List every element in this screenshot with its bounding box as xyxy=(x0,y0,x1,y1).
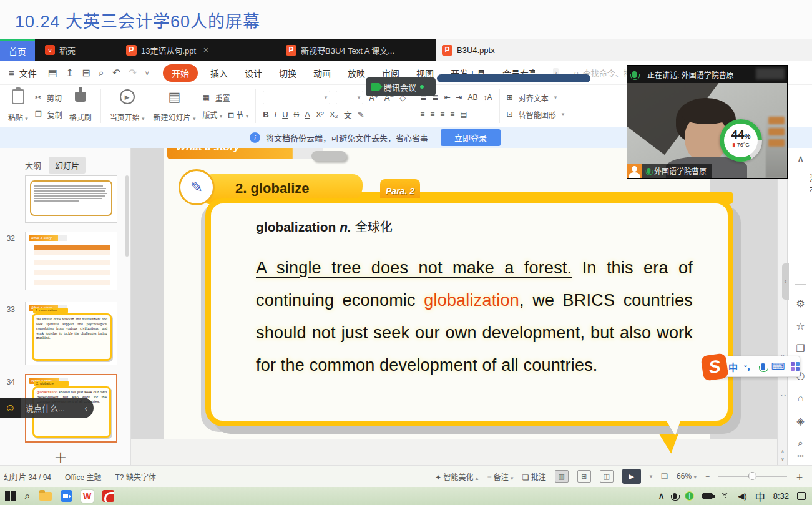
tencent-meeting-pill[interactable]: 腾讯会议 xyxy=(366,77,436,96)
decrease-indent-icon[interactable]: ⇤ xyxy=(444,93,450,102)
present-panel-tab[interactable]: 演示 xyxy=(795,174,812,194)
hamburger-icon[interactable]: ≡ xyxy=(9,67,14,78)
volume-icon[interactable]: ◀) xyxy=(738,491,746,501)
speech-bubble[interactable]: globalization n. 全球化 A single tree does … xyxy=(205,198,733,426)
text-direction-button[interactable]: AB xyxy=(468,93,478,102)
slideshow-play-button[interactable]: ▶ xyxy=(622,469,641,484)
notice-login-button[interactable]: 立即登录 xyxy=(441,129,501,146)
wifi-icon[interactable] xyxy=(721,493,730,499)
save-icon[interactable]: ▤ xyxy=(48,67,57,79)
align-left-icon[interactable]: ≡ xyxy=(420,110,424,119)
slide-surface[interactable]: What a story ✎ 2. globalize Para. 2 glob… xyxy=(164,148,710,439)
bold-button[interactable]: B xyxy=(263,110,268,119)
file-explorer-icon[interactable] xyxy=(39,492,52,501)
tab-home[interactable]: 首页 xyxy=(0,39,35,61)
menu-tab-insert[interactable]: 插入 xyxy=(210,67,228,79)
effects-star-icon[interactable]: ☆ xyxy=(788,320,812,332)
align-text-button[interactable]: ⊞ 对齐文本 ▾ xyxy=(507,89,565,105)
export-icon[interactable]: ↥ xyxy=(66,67,74,79)
taskbar-search-icon[interactable]: ⌕ xyxy=(24,490,31,503)
ime-keyboard-icon[interactable]: ⌨ xyxy=(771,361,785,372)
smart-graphic-button[interactable]: ⊡ 转智能图形 ▾ xyxy=(507,106,565,122)
resource-shop-icon[interactable]: ⌂ xyxy=(788,393,812,404)
increase-indent-icon[interactable]: ⇥ xyxy=(456,93,462,102)
align-center-icon[interactable]: ≡ xyxy=(430,110,434,119)
slide-thumbnail-partial[interactable] xyxy=(25,175,117,223)
smart-beautify-button[interactable]: ✦ 智能美化 ▴ xyxy=(435,471,478,482)
slide-thumbnail-33[interactable]: What a story 1. consolation We should dr… xyxy=(25,302,117,365)
battery-icon[interactable] xyxy=(702,493,713,499)
sidebar-scrollbar[interactable] xyxy=(125,175,129,257)
selection-pane-icon[interactable]: ❐ xyxy=(788,343,812,355)
menu-tab-transition[interactable]: 切换 xyxy=(279,67,296,79)
theme-name[interactable]: Office 主题 xyxy=(65,471,101,482)
justify-icon[interactable]: ≡ xyxy=(450,110,454,119)
toolbar-overflow-icon[interactable]: ˅ xyxy=(145,69,149,77)
menu-file[interactable]: 文件 xyxy=(19,67,37,79)
italic-button[interactable]: I xyxy=(275,110,277,119)
reading-view-button[interactable]: ◫ xyxy=(600,470,614,483)
reset-button[interactable]: ▦ 重置 xyxy=(202,89,248,105)
sogou-logo[interactable]: S xyxy=(700,353,728,381)
zoom-in-button[interactable]: ＋ xyxy=(796,471,803,482)
new-slide-button[interactable]: ▤ 新建幻灯片 ▾ xyxy=(149,87,200,124)
ime-indicator[interactable]: 中 xyxy=(755,489,765,504)
play-dropdown-icon[interactable]: ▾ xyxy=(650,473,653,479)
tab-document-active[interactable]: P B3U4.pptx xyxy=(436,39,564,61)
scroll-up-icon[interactable]: ∧ xyxy=(778,449,788,454)
font-size-combo[interactable]: ▾ xyxy=(336,91,363,104)
subscript-button[interactable]: X₂ xyxy=(330,110,338,119)
superscript-button[interactable]: X² xyxy=(316,110,324,119)
zoom-out-button[interactable]: − xyxy=(705,472,710,481)
meeting-video-overlay[interactable]: 正在讲话: 外国语学院曹原 44% ▮ 76°C 外国语学院曹原 xyxy=(627,66,787,178)
tab-outline[interactable]: 大纲 xyxy=(25,159,41,171)
zoom-level[interactable]: 66% ▾ xyxy=(677,472,697,481)
ime-mode-chinese[interactable]: 中 xyxy=(728,360,738,373)
phonetic-button[interactable]: 文 xyxy=(344,109,352,120)
tab-document-1[interactable]: P 13定语从句.ppt ✕ xyxy=(120,39,215,61)
start-button[interactable] xyxy=(5,491,16,501)
menu-tab-design[interactable]: 设计 xyxy=(245,67,262,79)
scroll-down-icon[interactable]: ∨ xyxy=(778,456,788,462)
tab-slides[interactable]: 幻灯片 xyxy=(49,157,86,174)
print-icon[interactable]: ⊟ xyxy=(82,67,90,79)
antivirus-tray-icon[interactable]: ＋ xyxy=(685,491,694,501)
collapse-ribbon-icon[interactable]: ∧ xyxy=(788,153,812,165)
zoom-slider-knob[interactable] xyxy=(748,472,756,480)
font-color-button[interactable]: A xyxy=(305,110,310,119)
slide-thumbnail-32[interactable]: What a story xyxy=(25,232,117,290)
normal-view-button[interactable]: ▥ xyxy=(555,470,569,483)
clock-time[interactable]: 8:32 xyxy=(773,491,789,501)
format-painter-button[interactable]: 格式刷 xyxy=(65,87,96,124)
tencent-meeting-icon[interactable] xyxy=(61,490,72,502)
underline-button[interactable]: U xyxy=(282,110,288,119)
slide-sorter-view-button[interactable]: ⊞ xyxy=(577,470,591,483)
reference-search-icon[interactable]: ⌕ xyxy=(788,438,812,449)
add-slide-button[interactable]: ＋ xyxy=(54,446,67,466)
wps-office-icon[interactable]: W xyxy=(81,490,94,503)
play-from-current-button[interactable]: ▶ 当页开始 ▾ xyxy=(105,87,149,124)
panel-handle[interactable]: ‹ xyxy=(782,263,789,300)
distribute-icon[interactable]: ▤ xyxy=(460,110,467,119)
collapse-chat-icon[interactable]: ‹ xyxy=(84,403,87,413)
notes-button[interactable]: ≡ 备注 ▾ xyxy=(487,471,513,482)
fit-slide-icon[interactable]: ❏ xyxy=(661,472,668,481)
tray-mic-icon[interactable] xyxy=(673,493,677,499)
notification-center-icon[interactable] xyxy=(797,492,806,500)
comments-button[interactable]: ❏ 批注 xyxy=(522,471,546,482)
ime-punctuation[interactable]: °， xyxy=(744,361,755,372)
menu-tab-animation[interactable]: 动画 xyxy=(313,67,331,79)
next-slide-icon[interactable]: ⌄⌄ xyxy=(778,391,788,397)
object-properties-icon[interactable]: ⚙ xyxy=(788,298,812,310)
highlight-icon[interactable]: ✎ xyxy=(358,110,364,119)
redo-icon[interactable]: ↷ xyxy=(129,67,137,79)
font-name-combo[interactable]: ▾ xyxy=(263,91,330,104)
tab-close-icon[interactable]: ✕ xyxy=(203,46,208,54)
ime-voice-icon[interactable] xyxy=(761,363,765,370)
copy-button[interactable]: ❐ 复制 xyxy=(35,106,62,122)
tab-document-2[interactable]: P 新视野B3U4 Text A 课文... xyxy=(280,39,404,61)
preview-icon[interactable]: ⌕ xyxy=(99,67,104,79)
chat-input-bar[interactable]: ☺ 说点什么... ‹ xyxy=(0,398,94,418)
ime-toolbox-icon[interactable] xyxy=(791,362,800,371)
cnki-app-icon[interactable] xyxy=(102,490,114,502)
